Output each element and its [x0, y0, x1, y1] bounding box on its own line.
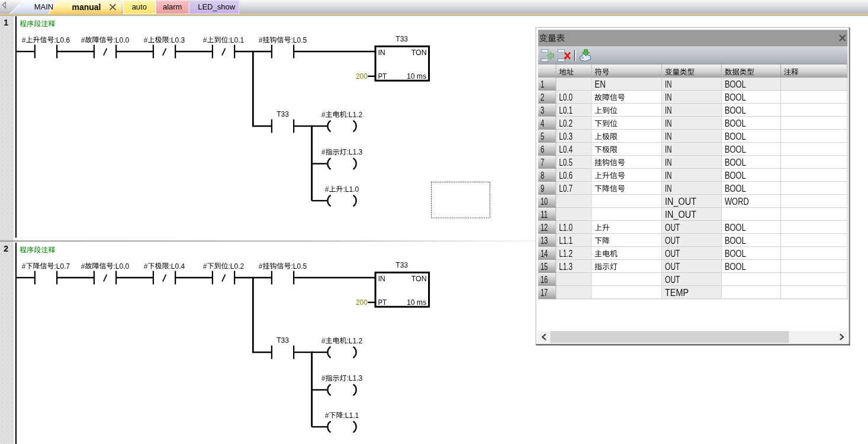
svg-text:OUT: OUT	[665, 275, 680, 285]
svg-text:L0.2: L0.2	[559, 118, 573, 128]
svg-text::L0.5: :L0.5	[291, 36, 307, 44]
svg-text:BOOL: BOOL	[725, 144, 746, 155]
svg-text:13: 13	[541, 236, 548, 246]
svg-text:BOOL: BOOL	[725, 262, 746, 272]
svg-text:BOOL: BOOL	[725, 249, 746, 259]
svg-text::L0.4: :L0.4	[169, 262, 185, 271]
svg-text:BOOL: BOOL	[725, 105, 746, 115]
svg-text:alarm: alarm	[163, 2, 182, 11]
svg-text:BOOL: BOOL	[725, 118, 746, 128]
svg-text:IN: IN	[665, 92, 672, 102]
svg-text:6: 6	[541, 144, 544, 155]
svg-text:L0.4: L0.4	[559, 144, 573, 155]
svg-text:manual: manual	[72, 2, 101, 12]
svg-text:#: #	[203, 262, 207, 271]
svg-text:OUT: OUT	[665, 262, 680, 272]
svg-text:10: 10	[541, 197, 548, 207]
svg-text:#: #	[81, 36, 85, 44]
svg-text:IN: IN	[378, 48, 385, 57]
svg-text:2: 2	[541, 92, 544, 102]
svg-text::L1.2: :L1.2	[347, 337, 363, 345]
svg-text:#: #	[325, 411, 329, 420]
svg-text::L1.3: :L1.3	[347, 148, 363, 156]
svg-text::L0.6: :L0.6	[54, 36, 70, 44]
svg-text:11: 11	[541, 210, 548, 220]
svg-text:#: #	[322, 374, 326, 382]
svg-text:BOOL: BOOL	[725, 223, 746, 233]
svg-text:17: 17	[541, 288, 548, 298]
svg-text:PT: PT	[378, 72, 387, 81]
svg-text::L0.3: :L0.3	[169, 36, 185, 44]
svg-text:#: #	[322, 148, 326, 156]
svg-text:L1.3: L1.3	[559, 262, 573, 272]
svg-text::L0.0: :L0.0	[114, 262, 130, 271]
svg-text:IN: IN	[665, 105, 672, 115]
svg-text::L1.0: :L1.0	[343, 185, 359, 194]
svg-text:L1.0: L1.0	[559, 223, 573, 233]
svg-text:5: 5	[541, 131, 544, 141]
svg-text:OUT: OUT	[665, 236, 680, 246]
svg-text:T33: T33	[396, 260, 408, 269]
svg-text:WORD: WORD	[725, 197, 749, 207]
svg-text:IN: IN	[665, 79, 672, 89]
svg-text:BOOL: BOOL	[725, 184, 746, 194]
svg-text:BOOL: BOOL	[725, 157, 746, 168]
svg-text:12: 12	[541, 223, 548, 233]
svg-text:1: 1	[541, 79, 544, 89]
svg-text::L0.2: :L0.2	[229, 262, 245, 271]
svg-text:OUT: OUT	[665, 249, 680, 259]
svg-text:T33: T33	[277, 336, 289, 345]
svg-text:16: 16	[541, 275, 548, 285]
svg-text:#: #	[322, 111, 326, 119]
svg-text:L0.5: L0.5	[559, 157, 573, 168]
svg-text:#: #	[144, 262, 148, 271]
svg-text:#: #	[81, 262, 85, 271]
svg-text:#: #	[259, 36, 263, 44]
svg-text:L0.7: L0.7	[559, 184, 573, 194]
svg-text::L0.1: :L0.1	[229, 36, 245, 44]
svg-text:IN: IN	[665, 170, 672, 181]
svg-text:10 ms: 10 ms	[407, 298, 426, 307]
svg-text:IN: IN	[665, 157, 672, 168]
svg-text:T33: T33	[277, 110, 289, 118]
svg-text:L0.0: L0.0	[559, 92, 573, 102]
svg-text:#: #	[203, 36, 207, 44]
svg-text:L0.1: L0.1	[559, 105, 573, 115]
svg-text:3: 3	[541, 105, 544, 115]
svg-text:#: #	[259, 262, 263, 271]
svg-text:IN: IN	[665, 184, 672, 194]
svg-text::L0.5: :L0.5	[291, 262, 307, 271]
svg-text:OUT: OUT	[665, 223, 680, 233]
svg-text:7: 7	[541, 157, 544, 168]
svg-text:#: #	[322, 337, 326, 345]
svg-text:TON: TON	[412, 274, 427, 283]
svg-text:MAIN: MAIN	[34, 2, 54, 11]
svg-text:#: #	[22, 36, 26, 44]
svg-text:auto: auto	[132, 2, 147, 11]
svg-text::L0.0: :L0.0	[114, 36, 130, 44]
svg-text:IN_OUT: IN_OUT	[665, 210, 696, 220]
svg-text:L0.6: L0.6	[559, 170, 573, 181]
svg-text:200: 200	[356, 72, 368, 81]
svg-text:EN: EN	[594, 79, 606, 89]
svg-text:IN: IN	[665, 131, 672, 141]
svg-text:IN: IN	[665, 118, 672, 128]
svg-text:1: 1	[4, 18, 8, 27]
svg-text:8: 8	[541, 170, 544, 181]
svg-text:IN: IN	[665, 144, 672, 155]
svg-text:L1.1: L1.1	[559, 236, 573, 246]
svg-text::L1.3: :L1.3	[347, 374, 363, 382]
svg-text:#: #	[144, 36, 148, 44]
svg-text:BOOL: BOOL	[725, 92, 746, 102]
svg-text:IN_OUT: IN_OUT	[665, 197, 696, 207]
svg-text:LED_show: LED_show	[198, 2, 235, 11]
svg-text:4: 4	[541, 118, 544, 128]
svg-text:BOOL: BOOL	[725, 170, 746, 181]
svg-text:15: 15	[541, 262, 548, 272]
svg-text:#: #	[325, 185, 329, 194]
svg-text:2: 2	[4, 244, 8, 253]
svg-text:TON: TON	[412, 48, 427, 57]
svg-text:#: #	[22, 262, 26, 271]
svg-text:TEMP: TEMP	[665, 288, 689, 298]
svg-text:L0.3: L0.3	[559, 131, 573, 141]
